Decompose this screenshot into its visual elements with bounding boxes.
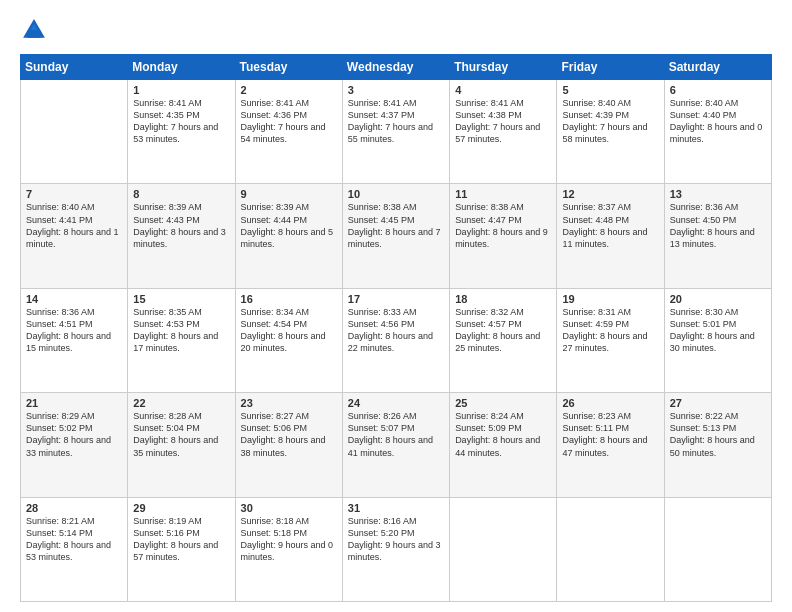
logo: [20, 16, 52, 44]
calendar-cell: 10Sunrise: 8:38 AMSunset: 4:45 PMDayligh…: [342, 184, 449, 288]
day-number: 25: [455, 397, 551, 409]
weekday-header: Sunday: [21, 55, 128, 80]
day-number: 14: [26, 293, 122, 305]
day-number: 24: [348, 397, 444, 409]
day-info: Sunrise: 8:27 AMSunset: 5:06 PMDaylight:…: [241, 410, 337, 459]
calendar-cell: 22Sunrise: 8:28 AMSunset: 5:04 PMDayligh…: [128, 393, 235, 497]
day-number: 31: [348, 502, 444, 514]
day-info: Sunrise: 8:40 AMSunset: 4:40 PMDaylight:…: [670, 97, 766, 146]
calendar-cell: 4Sunrise: 8:41 AMSunset: 4:38 PMDaylight…: [450, 80, 557, 184]
day-number: 2: [241, 84, 337, 96]
calendar-cell: 5Sunrise: 8:40 AMSunset: 4:39 PMDaylight…: [557, 80, 664, 184]
day-number: 10: [348, 188, 444, 200]
calendar-cell: 1Sunrise: 8:41 AMSunset: 4:35 PMDaylight…: [128, 80, 235, 184]
calendar-cell: 25Sunrise: 8:24 AMSunset: 5:09 PMDayligh…: [450, 393, 557, 497]
calendar-week-row: 28Sunrise: 8:21 AMSunset: 5:14 PMDayligh…: [21, 497, 772, 601]
day-number: 29: [133, 502, 229, 514]
calendar-cell: 20Sunrise: 8:30 AMSunset: 5:01 PMDayligh…: [664, 288, 771, 392]
day-info: Sunrise: 8:31 AMSunset: 4:59 PMDaylight:…: [562, 306, 658, 355]
day-info: Sunrise: 8:33 AMSunset: 4:56 PMDaylight:…: [348, 306, 444, 355]
svg-rect-2: [28, 30, 40, 38]
calendar-cell: 31Sunrise: 8:16 AMSunset: 5:20 PMDayligh…: [342, 497, 449, 601]
day-number: 17: [348, 293, 444, 305]
day-number: 28: [26, 502, 122, 514]
day-info: Sunrise: 8:35 AMSunset: 4:53 PMDaylight:…: [133, 306, 229, 355]
calendar-cell: 9Sunrise: 8:39 AMSunset: 4:44 PMDaylight…: [235, 184, 342, 288]
calendar-cell: 26Sunrise: 8:23 AMSunset: 5:11 PMDayligh…: [557, 393, 664, 497]
day-number: 22: [133, 397, 229, 409]
header: [20, 16, 772, 44]
day-info: Sunrise: 8:41 AMSunset: 4:37 PMDaylight:…: [348, 97, 444, 146]
calendar-cell: 7Sunrise: 8:40 AMSunset: 4:41 PMDaylight…: [21, 184, 128, 288]
day-number: 20: [670, 293, 766, 305]
page: SundayMondayTuesdayWednesdayThursdayFrid…: [0, 0, 792, 612]
calendar-cell: [557, 497, 664, 601]
calendar-table: SundayMondayTuesdayWednesdayThursdayFrid…: [20, 54, 772, 602]
day-number: 18: [455, 293, 551, 305]
calendar-cell: 8Sunrise: 8:39 AMSunset: 4:43 PMDaylight…: [128, 184, 235, 288]
logo-icon: [20, 16, 48, 44]
calendar-cell: 21Sunrise: 8:29 AMSunset: 5:02 PMDayligh…: [21, 393, 128, 497]
calendar-cell: 2Sunrise: 8:41 AMSunset: 4:36 PMDaylight…: [235, 80, 342, 184]
day-number: 8: [133, 188, 229, 200]
day-info: Sunrise: 8:24 AMSunset: 5:09 PMDaylight:…: [455, 410, 551, 459]
day-number: 4: [455, 84, 551, 96]
day-info: Sunrise: 8:41 AMSunset: 4:35 PMDaylight:…: [133, 97, 229, 146]
day-info: Sunrise: 8:34 AMSunset: 4:54 PMDaylight:…: [241, 306, 337, 355]
calendar-cell: 3Sunrise: 8:41 AMSunset: 4:37 PMDaylight…: [342, 80, 449, 184]
day-number: 9: [241, 188, 337, 200]
day-info: Sunrise: 8:41 AMSunset: 4:36 PMDaylight:…: [241, 97, 337, 146]
calendar-cell: 11Sunrise: 8:38 AMSunset: 4:47 PMDayligh…: [450, 184, 557, 288]
day-number: 11: [455, 188, 551, 200]
day-info: Sunrise: 8:41 AMSunset: 4:38 PMDaylight:…: [455, 97, 551, 146]
day-number: 30: [241, 502, 337, 514]
calendar-cell: 13Sunrise: 8:36 AMSunset: 4:50 PMDayligh…: [664, 184, 771, 288]
day-number: 21: [26, 397, 122, 409]
day-number: 13: [670, 188, 766, 200]
day-number: 15: [133, 293, 229, 305]
calendar-cell: 30Sunrise: 8:18 AMSunset: 5:18 PMDayligh…: [235, 497, 342, 601]
day-info: Sunrise: 8:16 AMSunset: 5:20 PMDaylight:…: [348, 515, 444, 564]
weekday-header: Friday: [557, 55, 664, 80]
day-info: Sunrise: 8:37 AMSunset: 4:48 PMDaylight:…: [562, 201, 658, 250]
day-info: Sunrise: 8:19 AMSunset: 5:16 PMDaylight:…: [133, 515, 229, 564]
day-number: 23: [241, 397, 337, 409]
day-info: Sunrise: 8:29 AMSunset: 5:02 PMDaylight:…: [26, 410, 122, 459]
calendar-cell: 16Sunrise: 8:34 AMSunset: 4:54 PMDayligh…: [235, 288, 342, 392]
day-number: 3: [348, 84, 444, 96]
calendar-cell: [21, 80, 128, 184]
day-info: Sunrise: 8:22 AMSunset: 5:13 PMDaylight:…: [670, 410, 766, 459]
day-info: Sunrise: 8:30 AMSunset: 5:01 PMDaylight:…: [670, 306, 766, 355]
day-info: Sunrise: 8:39 AMSunset: 4:43 PMDaylight:…: [133, 201, 229, 250]
day-info: Sunrise: 8:36 AMSunset: 4:50 PMDaylight:…: [670, 201, 766, 250]
calendar-cell: [664, 497, 771, 601]
day-info: Sunrise: 8:38 AMSunset: 4:47 PMDaylight:…: [455, 201, 551, 250]
weekday-header: Monday: [128, 55, 235, 80]
day-number: 26: [562, 397, 658, 409]
calendar-week-row: 21Sunrise: 8:29 AMSunset: 5:02 PMDayligh…: [21, 393, 772, 497]
day-info: Sunrise: 8:18 AMSunset: 5:18 PMDaylight:…: [241, 515, 337, 564]
calendar-header-row: SundayMondayTuesdayWednesdayThursdayFrid…: [21, 55, 772, 80]
day-info: Sunrise: 8:40 AMSunset: 4:39 PMDaylight:…: [562, 97, 658, 146]
calendar-cell: 14Sunrise: 8:36 AMSunset: 4:51 PMDayligh…: [21, 288, 128, 392]
day-info: Sunrise: 8:32 AMSunset: 4:57 PMDaylight:…: [455, 306, 551, 355]
day-info: Sunrise: 8:26 AMSunset: 5:07 PMDaylight:…: [348, 410, 444, 459]
day-info: Sunrise: 8:21 AMSunset: 5:14 PMDaylight:…: [26, 515, 122, 564]
calendar-cell: 6Sunrise: 8:40 AMSunset: 4:40 PMDaylight…: [664, 80, 771, 184]
day-info: Sunrise: 8:23 AMSunset: 5:11 PMDaylight:…: [562, 410, 658, 459]
day-number: 1: [133, 84, 229, 96]
calendar-cell: 23Sunrise: 8:27 AMSunset: 5:06 PMDayligh…: [235, 393, 342, 497]
calendar-cell: [450, 497, 557, 601]
day-info: Sunrise: 8:28 AMSunset: 5:04 PMDaylight:…: [133, 410, 229, 459]
calendar-cell: 18Sunrise: 8:32 AMSunset: 4:57 PMDayligh…: [450, 288, 557, 392]
calendar-week-row: 7Sunrise: 8:40 AMSunset: 4:41 PMDaylight…: [21, 184, 772, 288]
calendar-week-row: 1Sunrise: 8:41 AMSunset: 4:35 PMDaylight…: [21, 80, 772, 184]
calendar-cell: 27Sunrise: 8:22 AMSunset: 5:13 PMDayligh…: [664, 393, 771, 497]
weekday-header: Thursday: [450, 55, 557, 80]
calendar-cell: 24Sunrise: 8:26 AMSunset: 5:07 PMDayligh…: [342, 393, 449, 497]
weekday-header: Wednesday: [342, 55, 449, 80]
weekday-header: Saturday: [664, 55, 771, 80]
day-number: 19: [562, 293, 658, 305]
day-number: 7: [26, 188, 122, 200]
day-number: 6: [670, 84, 766, 96]
